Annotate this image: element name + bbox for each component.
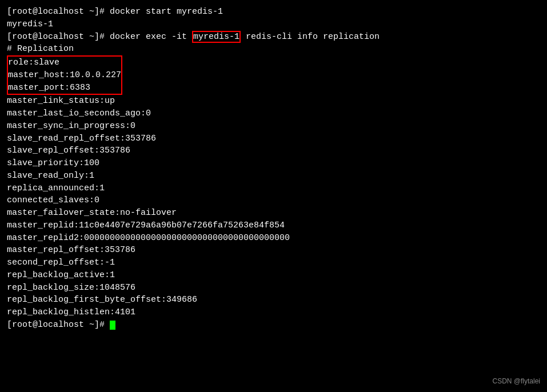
terminal-line-11: slave_read_repl_offset:353786 (7, 133, 540, 145)
terminal-line-16: connected_slaves:0 (7, 194, 540, 207)
terminal-line-21: second_repl_offset:-1 (7, 257, 540, 269)
watermark: CSDN @flytalei (492, 377, 540, 386)
terminal-line-20: master_repl_offset:353786 (7, 244, 540, 257)
terminal-line-10: master_sync_in_progress:0 (7, 120, 540, 133)
terminal-line-9: master_last_io_seconds_ago:0 (7, 107, 540, 120)
terminal-line-4: # Replication (7, 43, 540, 55)
terminal-line-7: master_port:6383 (8, 82, 121, 94)
terminal-line-6: master_host:10.0.0.227 (8, 69, 121, 82)
terminal-line-18: master_replid:11c0e4407e729a6a96b07e7266… (7, 219, 540, 232)
terminal-line-2: myredis-1 (7, 18, 540, 31)
terminal-cursor (110, 321, 115, 330)
terminal-line-1: [root@localhost ~]# docker start myredis… (7, 6, 540, 18)
terminal-line-12: slave_repl_offset:353786 (7, 145, 540, 157)
terminal-window: [root@localhost ~]# docker start myredis… (0, 0, 547, 392)
terminal-line-15: replica_announced:1 (7, 182, 540, 195)
terminal-line-13: slave_priority:100 (7, 157, 540, 170)
terminal-line-3: [root@localhost ~]# docker exec -it myre… (7, 31, 540, 43)
terminal-line-5: role:slave (8, 57, 121, 69)
terminal-line-14: slave_read_only:1 (7, 170, 540, 182)
terminal-line-25: repl_backlog_histlen:4101 (7, 306, 540, 319)
terminal-line-22: repl_backlog_active:1 (7, 269, 540, 282)
terminal-line-24: repl_backlog_first_byte_offset:349686 (7, 294, 540, 306)
terminal-line-26: [root@localhost ~]# (7, 319, 540, 331)
highlight-myredis: myredis-1 (192, 31, 241, 43)
terminal-line-17: master_failover_state:no-failover (7, 207, 540, 219)
role-highlight-block: role:slave master_host:10.0.0.227 master… (7, 55, 122, 95)
terminal-line-23: repl_backlog_size:1048576 (7, 282, 540, 294)
terminal-line-19: master_replid2:0000000000000000000000000… (7, 232, 540, 245)
terminal-line-8: master_link_status:up (7, 95, 540, 107)
